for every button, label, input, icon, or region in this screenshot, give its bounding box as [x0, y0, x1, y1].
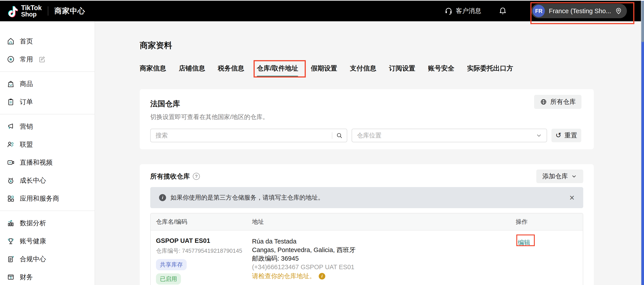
compliance-doc-icon [6, 255, 15, 263]
tab-tax-info[interactable]: 税务信息 [218, 64, 244, 77]
account-label: France (Testing Sho... [549, 8, 611, 15]
input-separator [332, 132, 332, 139]
customer-messages-label: 客户消息 [456, 7, 481, 15]
sidebar-divider [0, 211, 94, 211]
tab-merchant-info[interactable]: 商家信息 [140, 64, 166, 77]
address-warning: 请检查你的仓库地址。 i [252, 272, 516, 280]
tab-account-security[interactable]: 账号安全 [428, 64, 454, 77]
shared-inventory-badge: 共享库存 [156, 259, 187, 270]
search-icon[interactable] [336, 132, 343, 139]
third-party-warehouse-banner: i 如果你使用的是第三方仓储服务，请填写主仓库的地址。 × [150, 187, 583, 208]
medal-icon [6, 176, 15, 185]
select-placeholder: 仓库位置 [357, 131, 382, 140]
edit-warehouse-link[interactable]: 编辑 [518, 238, 530, 247]
sidebar-item-analytics[interactable]: 数据分析 [0, 214, 94, 232]
trophy-icon [6, 237, 15, 245]
tab-actual-exporter[interactable]: 实际委托出口方 [467, 64, 513, 77]
sidebar-label: 数据分析 [20, 219, 46, 228]
france-warehouse-card: 法国仓库 切换设置即可查看在其他国家/地区的仓库。 [140, 89, 594, 149]
sidebar-label: 账号健康 [20, 237, 46, 246]
tab-store-info[interactable]: 店铺信息 [179, 64, 205, 77]
sidebar-label: 首页 [20, 37, 33, 46]
analytics-chart-icon [6, 219, 15, 227]
headset-icon [444, 7, 453, 15]
notifications-button[interactable] [498, 7, 507, 15]
sidebar-item-account-health[interactable]: 账号健康 [0, 232, 94, 250]
sidebar-item-orders[interactable]: 订单 [0, 93, 94, 111]
reset-icon: ↺ [556, 132, 562, 139]
card-subtitle: 切换设置即可查看在其他国家/地区的仓库。 [150, 113, 583, 121]
topbar-right: 客户消息 FR France (Testing Sho... [444, 4, 627, 18]
video-camera-icon [6, 158, 15, 167]
sidebar-item-finance[interactable]: $ 财务 [0, 268, 94, 285]
sidebar-label: 应用和服务商 [20, 194, 59, 203]
help-icon[interactable]: ? [193, 173, 200, 180]
warning-info-icon[interactable]: i [319, 273, 325, 279]
megaphone-icon [6, 122, 15, 131]
customer-messages-button[interactable]: 客户消息 [444, 7, 481, 15]
tab-holiday-settings[interactable]: 假期设置 [311, 64, 337, 77]
scrollbar-track[interactable] [641, 1, 644, 285]
sidebar-label: 直播和视频 [20, 158, 53, 167]
home-icon [6, 37, 15, 46]
location-pin-icon [615, 8, 622, 15]
account-shop-selector[interactable]: FR France (Testing Sho... [531, 4, 627, 18]
app-title: 商家中心 [54, 6, 85, 16]
viewport: TikTok Shop 商家中心 客户消息 [0, 0, 641, 285]
sidebar-item-favorites[interactable]: 常用 [0, 50, 94, 68]
warehouses-title: 所有揽收仓库 [150, 172, 190, 181]
sidebar-label: 合规中心 [20, 255, 46, 264]
sidebar-divider [0, 71, 94, 72]
address-line: Cangas, Pontevedra, Galicia, 西班牙 [252, 246, 516, 254]
layout: 首页 常用 [0, 21, 641, 285]
pickup-warehouses-card: 所有揽收仓库 ? 添加仓库 i [140, 164, 594, 285]
star-circle-icon [6, 55, 15, 64]
sidebar-label: 常用 [20, 55, 33, 64]
sidebar-label: 财务 [20, 273, 33, 282]
tab-payment-info[interactable]: 支付信息 [350, 64, 376, 77]
topbar: TikTok Shop 商家中心 客户消息 [0, 1, 641, 21]
sidebar-item-compliance-center[interactable]: 合规中心 [0, 250, 94, 268]
shopping-bag-icon [6, 80, 15, 88]
search-input[interactable] [156, 132, 330, 139]
tab-warehouse-pickup-address[interactable]: 仓库/取件地址 [257, 64, 298, 77]
header-warehouse-name: 仓库名/编码 [151, 218, 252, 226]
warehouse-name: GSPOP UAT ES01 [156, 237, 252, 244]
sidebar-item-affiliate[interactable]: 联盟 [0, 135, 94, 153]
sidebar-item-marketing[interactable]: 营销 [0, 117, 94, 135]
address-warning-text: 请检查你的仓库地址。 [252, 272, 316, 280]
globe-icon [540, 98, 547, 106]
scrollbar-thumb[interactable] [641, 1, 644, 42]
warehouse-name-cell: GSPOP UAT ES01 仓库编号: 7457795419218790145… [151, 237, 252, 284]
add-warehouse-label: 添加仓库 [542, 172, 568, 181]
finance-icon: $ [6, 273, 15, 281]
card-title: 法国仓库 [150, 99, 583, 109]
avatar: FR [532, 5, 545, 17]
main-content: 商家资料 商家信息 店铺信息 税务信息 仓库/取件地址 假期设置 支付信息 订阅… [95, 21, 641, 285]
tab-subscription-settings[interactable]: 订阅设置 [389, 64, 415, 77]
sidebar-label: 营销 [20, 122, 33, 131]
address-line: 邮政编码: 36945 [252, 254, 516, 263]
sidebar-divider [0, 114, 94, 114]
info-icon: i [159, 194, 166, 201]
brand-logo[interactable]: TikTok Shop [6, 5, 42, 18]
sidebar-item-growth-center[interactable]: 成长中心 [0, 171, 94, 189]
sidebar-item-apps-services[interactable]: 应用和服务商 [0, 189, 94, 207]
add-warehouse-button[interactable]: 添加仓库 [536, 169, 583, 183]
brand-line1: TikTok [21, 5, 42, 11]
topbar-separator [48, 6, 48, 16]
close-icon[interactable]: × [570, 193, 574, 202]
sidebar-item-products[interactable]: 商品 [0, 75, 94, 93]
sidebar-item-live-video[interactable]: 直播和视频 [0, 153, 94, 171]
warehouse-search-box [150, 129, 347, 142]
warehouse-location-select[interactable]: 仓库位置 [352, 129, 547, 142]
warehouses-title-wrap: 所有揽收仓库 ? [150, 172, 200, 181]
edit-favorites-icon[interactable] [38, 56, 46, 63]
all-warehouses-button[interactable]: 所有仓库 [534, 95, 582, 109]
sidebar-item-home[interactable]: 首页 [0, 32, 94, 50]
profile-tabs: 商家信息 店铺信息 税务信息 仓库/取件地址 假期设置 支付信息 订阅设置 账号… [140, 64, 641, 77]
reset-button[interactable]: ↺ 重置 [552, 129, 581, 142]
users-icon [6, 140, 15, 149]
table-row: GSPOP UAT ES01 仓库编号: 7457795419218790145… [151, 230, 583, 285]
sidebar: 首页 常用 [0, 21, 95, 285]
